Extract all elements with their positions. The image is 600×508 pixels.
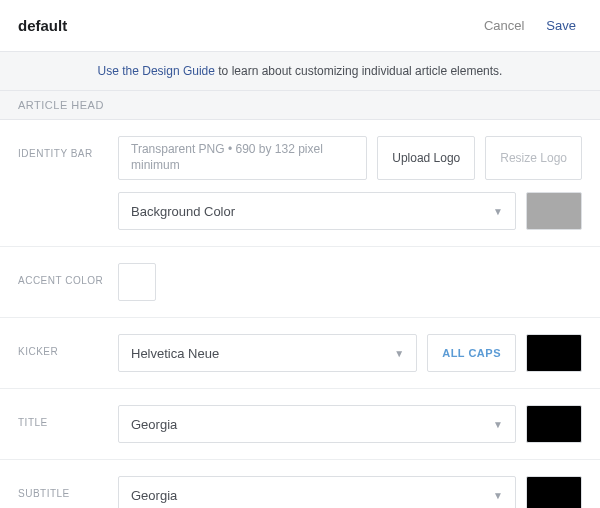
kicker-font-value: Helvetica Neue (131, 346, 219, 361)
row-identity-bar: IDENTITY BAR Transparent PNG • 690 by 13… (0, 120, 600, 247)
subtitle-color-swatch[interactable] (526, 476, 582, 508)
row-subtitle: SUBTITLE Georgia ▼ (0, 460, 600, 508)
save-button[interactable]: Save (540, 14, 582, 37)
chevron-down-icon: ▼ (493, 490, 503, 501)
chevron-down-icon: ▼ (493, 206, 503, 217)
resize-logo-button: Resize Logo (485, 136, 582, 180)
row-accent-color: ACCENT COLOR (0, 247, 600, 318)
kicker-font-select[interactable]: Helvetica Neue ▼ (118, 334, 417, 372)
page-title: default (18, 17, 67, 34)
label-accent-color: ACCENT COLOR (18, 263, 118, 286)
kicker-color-swatch[interactable] (526, 334, 582, 372)
label-identity-bar: IDENTITY BAR (18, 136, 118, 159)
title-color-swatch[interactable] (526, 405, 582, 443)
design-guide-link[interactable]: Use the Design Guide (98, 64, 215, 78)
background-color-swatch[interactable] (526, 192, 582, 230)
info-banner: Use the Design Guide to learn about cust… (0, 52, 600, 91)
top-bar: default Cancel Save (0, 0, 600, 52)
banner-text: to learn about customizing individual ar… (215, 64, 502, 78)
row-kicker: KICKER Helvetica Neue ▼ ALL CAPS (0, 318, 600, 389)
label-subtitle: SUBTITLE (18, 476, 118, 499)
upload-logo-button[interactable]: Upload Logo (377, 136, 475, 180)
row-title: TITLE Georgia ▼ (0, 389, 600, 460)
section-header-article-head: ARTICLE HEAD (0, 91, 600, 120)
cancel-button[interactable]: Cancel (478, 14, 530, 37)
label-title: TITLE (18, 405, 118, 428)
subtitle-font-value: Georgia (131, 488, 177, 503)
label-kicker: KICKER (18, 334, 118, 357)
chevron-down-icon: ▼ (493, 419, 503, 430)
subtitle-font-select[interactable]: Georgia ▼ (118, 476, 516, 508)
background-color-select[interactable]: Background Color ▼ (118, 192, 516, 230)
chevron-down-icon: ▼ (394, 348, 404, 359)
title-font-value: Georgia (131, 417, 177, 432)
background-color-select-label: Background Color (131, 204, 235, 219)
accent-color-swatch[interactable] (118, 263, 156, 301)
title-font-select[interactable]: Georgia ▼ (118, 405, 516, 443)
kicker-allcaps-button[interactable]: ALL CAPS (427, 334, 516, 372)
logo-requirements-box: Transparent PNG • 690 by 132 pixel minim… (118, 136, 367, 180)
